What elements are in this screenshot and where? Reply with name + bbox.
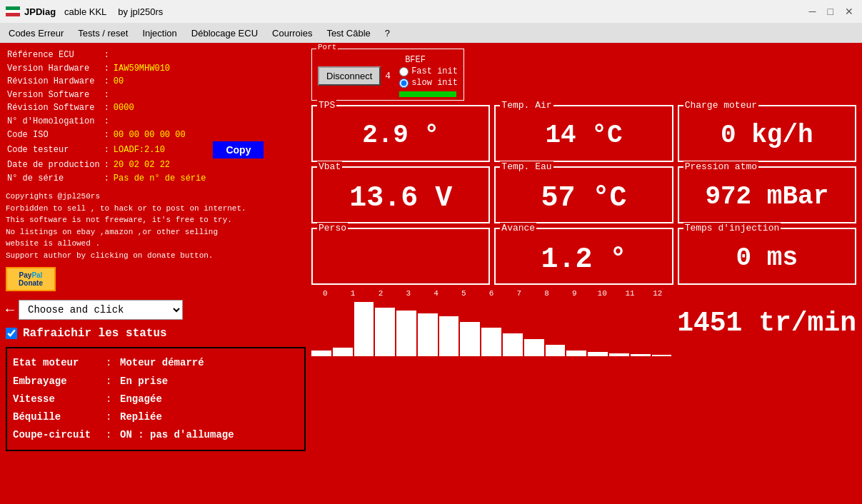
gauge-pression-value: 972 mBar	[683, 182, 851, 211]
menu-injection[interactable]: Injection	[136, 25, 182, 41]
port-box: Port Disconnect 4 BFEF Fast init	[311, 49, 464, 101]
gauge-injection-title: Temps d'injection	[683, 223, 781, 233]
ecu-row-version-hw: Version Hardware : IAW59MHW010	[6, 62, 265, 76]
rpm-bar-10	[524, 339, 544, 356]
main-content: Référence ECU : Version Hardware : IAW59…	[0, 43, 862, 504]
menu-help[interactable]: ?	[379, 25, 396, 41]
right-panel: Port Disconnect 4 BFEF Fast init	[311, 49, 856, 498]
gauge-temp-eau-title: Temp. Eau	[500, 161, 553, 172]
rpm-bar-area: 0 1 2 3 4 5 6 7 8 9 10 11 12	[311, 289, 671, 356]
gauge-charge-value: 0 kg/h	[683, 121, 851, 150]
gauge-tps-value: 2.9 °	[317, 121, 484, 150]
gauge-pression-title: Pression atmo	[683, 161, 758, 172]
status-vitesse: Vitesse : Engagée	[13, 390, 299, 408]
gauges-grid: TPS 2.9 ° Temp. Air 14 °C Charge moteur …	[311, 105, 856, 285]
bfef-label: BFEF	[405, 55, 458, 65]
rpm-bar-15	[631, 354, 651, 356]
rpm-bar-3	[375, 308, 395, 356]
fast-init-row: Fast init	[399, 66, 458, 76]
ecu-row-code-testeur: Code testeur : LOADF:2.10 Copy	[6, 141, 265, 158]
cable-label: cable KKL	[64, 6, 106, 17]
fast-init-radio[interactable]	[399, 67, 409, 76]
gauge-avance: Avance 1.2 °	[494, 228, 673, 285]
app-name: JPDiag	[24, 6, 56, 17]
gauge-injection: Temps d'injection 0 ms	[678, 228, 856, 285]
status-bequille: Béquille : Repliée	[13, 408, 299, 426]
gauge-perso: Perso	[311, 228, 490, 285]
rpm-bar-8	[481, 328, 501, 356]
ecu-row-code-iso: Code ISO : 00 00 00 00 00	[6, 128, 265, 142]
rpm-bar-7	[460, 322, 480, 356]
disconnect-button[interactable]: Disconnect	[318, 66, 381, 86]
slow-init-radio[interactable]	[399, 79, 409, 88]
port-section: Port Disconnect 4 BFEF Fast init	[311, 49, 856, 101]
gauge-charge: Charge moteur 0 kg/h	[678, 105, 856, 162]
status-box: Etat moteur : Moteur démarré Embrayage :…	[6, 347, 306, 451]
rpm-section: 0 1 2 3 4 5 6 7 8 9 10 11 12 14	[311, 289, 856, 356]
menu-courroies[interactable]: Courroies	[266, 25, 318, 41]
status-etat: Etat moteur : Moteur démarré	[13, 354, 299, 372]
rpm-bar-4	[396, 311, 416, 356]
menu-deblocage-ecu[interactable]: Déblocage ECU	[186, 25, 264, 41]
refresh-row: Rafraichir les status	[6, 327, 306, 340]
ecu-info: Référence ECU : Version Hardware : IAW59…	[6, 49, 306, 185]
rpm-bar-5	[418, 313, 438, 356]
gauge-temp-air-value: 14 °C	[500, 121, 667, 150]
choose-select[interactable]: Choose and click	[19, 300, 183, 320]
author-label: by jpl250rs	[118, 6, 806, 17]
ecu-row-homologation: N° d'Homologation :	[6, 115, 265, 128]
gauge-temp-air-title: Temp. Air	[500, 100, 553, 111]
radio-group: Fast init slow init	[399, 66, 458, 88]
rpm-bar-12	[566, 351, 586, 356]
gauge-temp-eau: Temp. Eau 57 °C	[494, 166, 673, 223]
copy-button[interactable]: Copy	[213, 141, 264, 158]
rpm-bar-0	[311, 351, 331, 356]
gauge-tps-title: TPS	[317, 100, 336, 111]
slow-init-row: slow init	[399, 78, 458, 88]
gauge-temp-eau-value: 57 °C	[500, 182, 667, 214]
window-controls: ─ □ ✕	[806, 6, 856, 17]
status-coupe-circuit: Coupe-circuit : ON : pas d'allumage	[13, 426, 299, 444]
title-bar: JPDiag cable KKL by jpl250rs ─ □ ✕	[0, 0, 862, 23]
rpm-scale: 0 1 2 3 4 5 6 7 8 9 10 11 12	[311, 289, 671, 298]
rpm-bar-9	[503, 333, 523, 356]
menu-bar: Codes Erreur Tests / reset Injection Déb…	[0, 23, 862, 43]
gauge-perso-title: Perso	[317, 223, 348, 233]
choose-row: ← Choose and click	[6, 300, 306, 320]
rpm-bar-14	[609, 353, 629, 356]
refresh-checkbox[interactable]	[6, 328, 17, 339]
menu-tests-reset[interactable]: Tests / reset	[72, 25, 134, 41]
paypal-button[interactable]: PayPal Donate	[6, 267, 56, 291]
rpm-bar-6	[439, 316, 459, 356]
gauge-temp-air: Temp. Air 14 °C	[494, 105, 673, 162]
status-embrayage: Embrayage : En prise	[13, 373, 299, 390]
ecu-row-reference: Référence ECU :	[6, 49, 265, 62]
slow-init-label: slow init	[411, 78, 458, 88]
paypal-icon: PayPal	[13, 271, 49, 279]
gauge-avance-value: 1.2 °	[500, 243, 667, 276]
menu-codes-erreur[interactable]: Codes Erreur	[3, 25, 69, 41]
gauge-tps: TPS 2.9 °	[311, 105, 490, 162]
gauge-vbat-value: 13.6 V	[317, 182, 484, 214]
ecu-row-revision-sw: Révision Software : 0000	[6, 101, 265, 115]
ecu-row-version-sw: Version Software :	[6, 89, 265, 102]
gauge-injection-value: 0 ms	[683, 243, 851, 273]
menu-test-cable[interactable]: Test Câble	[321, 25, 376, 41]
port-number: 4	[385, 71, 391, 81]
close-button[interactable]: ✕	[842, 6, 856, 17]
flag-icon	[6, 6, 20, 16]
left-panel: Référence ECU : Version Hardware : IAW59…	[6, 49, 306, 498]
rpm-value-box: 1451 tr/min	[677, 289, 856, 356]
maximize-button[interactable]: □	[825, 6, 836, 17]
copyright-text: Copyrights @jpl250rs Forbidden to sell ,…	[6, 191, 306, 261]
ecu-row-revision-hw: Révision Hardware : 00	[6, 75, 265, 89]
gauge-pression: Pression atmo 972 mBar	[678, 166, 856, 223]
rpm-bar-2	[354, 302, 374, 356]
minimize-button[interactable]: ─	[806, 6, 819, 17]
fast-init-label: Fast init	[411, 66, 458, 76]
gauge-vbat-title: Vbat	[317, 161, 342, 172]
gauge-avance-title: Avance	[500, 223, 536, 233]
ecu-row-serie: N° de série : Pas de n° de série	[6, 172, 265, 186]
rpm-bar-13	[588, 352, 608, 356]
connection-indicator	[399, 91, 456, 97]
